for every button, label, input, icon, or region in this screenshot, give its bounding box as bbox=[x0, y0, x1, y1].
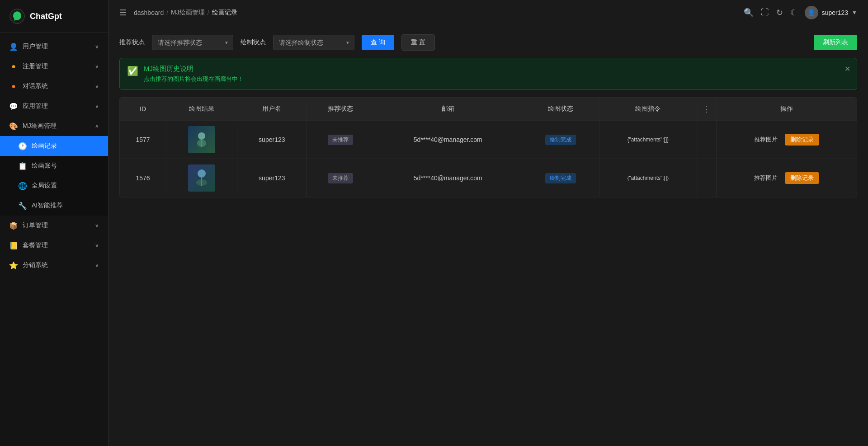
sidebar-item-app-mgmt[interactable]: 💬 应用管理 ∨ bbox=[0, 96, 108, 116]
table-row: 1577 bbox=[120, 121, 857, 159]
user-mgmt-arrow: ∨ bbox=[95, 43, 99, 50]
global-settings-label: 全局设置 bbox=[32, 182, 99, 190]
sidebar-item-drawing-account[interactable]: 📋 绘画账号 bbox=[0, 156, 108, 176]
row2-draw-result bbox=[166, 159, 237, 197]
alert-check-icon: ✅ bbox=[127, 66, 138, 76]
more-options-icon[interactable]: ⋮ bbox=[703, 104, 711, 113]
refresh-icon[interactable]: ↻ bbox=[776, 8, 783, 18]
sidebar-item-order-mgmt[interactable]: 📦 订单管理 ∨ bbox=[0, 216, 108, 235]
drawing-records-label: 绘画记录 bbox=[32, 142, 99, 150]
content-area: 推荐状态 请选择推荐状态 绘制状态 请选择绘制状态 查 询 重 置 刷新列表 ✅ bbox=[108, 25, 868, 446]
col-recommend-status: 推荐状态 bbox=[307, 98, 374, 121]
row1-username: super123 bbox=[237, 121, 307, 159]
alert-box: ✅ MJ绘图历史说明 点击推荐的图片将会出现在画廊当中！ ✕ bbox=[119, 58, 857, 90]
draw-status-select[interactable]: 请选择绘制状态 bbox=[273, 35, 354, 50]
breadcrumb-current: 绘画记录 bbox=[212, 9, 237, 17]
nav-toggle-icon[interactable]: ☰ bbox=[119, 8, 127, 18]
row1-delete-button[interactable]: 删除记录 bbox=[785, 134, 819, 146]
col-email: 邮箱 bbox=[374, 98, 522, 121]
breadcrumb-sep2: / bbox=[208, 9, 209, 16]
search-icon[interactable]: 🔍 bbox=[744, 8, 754, 18]
table-header-row: ID 绘图结果 用户名 推荐状态 邮箱 绘图状态 绘图指令 ⋮ 操作 bbox=[120, 98, 857, 121]
mj-mgmt-label: MJ绘画管理 bbox=[23, 122, 90, 130]
row2-id: 1576 bbox=[120, 159, 166, 197]
row1-image-thumb bbox=[188, 126, 215, 153]
sidebar-item-referral-system[interactable]: ⭐ 分销系统 ∨ bbox=[0, 255, 108, 275]
row1-recommend-action[interactable]: 推荐图片 bbox=[754, 136, 778, 144]
row2-action-group: 推荐图片 删除记录 bbox=[722, 172, 851, 184]
mj-sub-menu: 🕐 绘画记录 📋 绘画账号 🌐 全局设置 🔧 AI智能推荐 bbox=[0, 136, 108, 216]
row1-actions: 推荐图片 删除记录 bbox=[716, 121, 857, 159]
user-info[interactable]: 👤 super123 ▼ bbox=[805, 6, 857, 19]
alert-title: MJ绘图历史说明 bbox=[144, 65, 849, 73]
breadcrumb-sep1: / bbox=[166, 9, 168, 16]
order-mgmt-icon: 📦 bbox=[9, 221, 18, 230]
package-mgmt-arrow: ∨ bbox=[95, 242, 99, 249]
package-mgmt-icon: 📒 bbox=[9, 241, 18, 250]
filter-bar: 推荐状态 请选择推荐状态 绘制状态 请选择绘制状态 查 询 重 置 刷新列表 bbox=[119, 34, 857, 51]
referral-system-arrow: ∨ bbox=[95, 262, 99, 268]
avatar-icon: 👤 bbox=[807, 9, 815, 16]
theme-icon[interactable]: ☾ bbox=[790, 8, 797, 18]
row2-recommend-badge: 未推荐 bbox=[328, 173, 353, 183]
drawing-account-label: 绘画账号 bbox=[32, 162, 99, 170]
app-mgmt-label: 应用管理 bbox=[23, 102, 90, 110]
sidebar-item-register-mgmt[interactable]: ● 注册管理 ∨ bbox=[0, 56, 108, 76]
row1-draw-result bbox=[166, 121, 237, 159]
row2-delete-button[interactable]: 删除记录 bbox=[785, 172, 819, 184]
order-mgmt-label: 订单管理 bbox=[23, 221, 90, 230]
referral-system-icon: ⭐ bbox=[9, 261, 18, 270]
breadcrumb-dashboard[interactable]: dashboard bbox=[134, 9, 164, 16]
row1-draw-cmd: {"attachments":[]} bbox=[599, 121, 697, 159]
user-mgmt-icon: 👤 bbox=[9, 42, 18, 51]
fullscreen-icon[interactable]: ⛶ bbox=[761, 8, 769, 17]
sidebar-item-global-settings[interactable]: 🌐 全局设置 bbox=[0, 176, 108, 196]
row2-recommend-status: 未推荐 bbox=[307, 159, 374, 197]
reset-button[interactable]: 重 置 bbox=[401, 34, 435, 51]
chatgpt-logo-icon bbox=[9, 8, 25, 24]
drawing-records-icon: 🕐 bbox=[18, 141, 27, 150]
row1-action-group: 推荐图片 删除记录 bbox=[722, 134, 851, 146]
sidebar-item-mj-mgmt[interactable]: 🎨 MJ绘画管理 ∧ bbox=[0, 116, 108, 136]
ai-recommend-label: AI智能推荐 bbox=[32, 202, 99, 210]
row2-more bbox=[697, 159, 716, 197]
header: ☰ dashboard / MJ绘画管理 / 绘画记录 🔍 ⛶ ↻ ☾ 👤 su… bbox=[108, 0, 868, 25]
sidebar-item-dialog-system[interactable]: ● 对话系统 ∨ bbox=[0, 76, 108, 96]
filter-right: 刷新列表 bbox=[814, 35, 857, 50]
alert-content: MJ绘图历史说明 点击推荐的图片将会出现在画廊当中！ bbox=[144, 65, 849, 83]
query-button[interactable]: 查 询 bbox=[362, 35, 394, 50]
sidebar-item-drawing-records[interactable]: 🕐 绘画记录 bbox=[0, 136, 108, 156]
row2-recommend-action[interactable]: 推荐图片 bbox=[754, 174, 778, 182]
row1-recommend-status: 未推荐 bbox=[307, 121, 374, 159]
register-mgmt-label: 注册管理 bbox=[23, 62, 90, 70]
dialog-system-arrow: ∨ bbox=[95, 83, 99, 89]
alert-close-icon[interactable]: ✕ bbox=[844, 65, 850, 73]
app-mgmt-icon: 💬 bbox=[9, 102, 18, 111]
svg-point-3 bbox=[198, 132, 205, 140]
mj-mgmt-icon: 🎨 bbox=[9, 122, 18, 131]
col-username: 用户名 bbox=[237, 98, 307, 121]
sidebar-item-user-mgmt[interactable]: 👤 用户管理 ∨ bbox=[0, 37, 108, 56]
user-mgmt-label: 用户管理 bbox=[23, 42, 90, 51]
drawing-account-icon: 📋 bbox=[18, 161, 27, 170]
referral-system-label: 分销系统 bbox=[23, 261, 90, 269]
dialog-system-icon: ● bbox=[9, 82, 18, 91]
global-settings-icon: 🌐 bbox=[18, 181, 27, 190]
avatar: 👤 bbox=[805, 6, 818, 19]
sidebar-item-package-mgmt[interactable]: 📒 套餐管理 ∨ bbox=[0, 235, 108, 255]
row2-username: super123 bbox=[237, 159, 307, 197]
row2-draw-status-badge: 绘制完成 bbox=[545, 173, 576, 183]
col-draw-result: 绘图结果 bbox=[166, 98, 237, 121]
draw-select-wrapper: 请选择绘制状态 bbox=[273, 35, 354, 50]
table-container: ID 绘图结果 用户名 推荐状态 邮箱 绘图状态 绘图指令 ⋮ 操作 bbox=[119, 97, 857, 197]
sidebar-item-ai-recommend[interactable]: 🔧 AI智能推荐 bbox=[0, 196, 108, 216]
draw-status-label: 绘制状态 bbox=[241, 38, 266, 47]
username: super123 bbox=[822, 9, 848, 16]
col-draw-status: 绘图状态 bbox=[522, 98, 599, 121]
row1-more bbox=[697, 121, 716, 159]
user-dropdown-arrow: ▼ bbox=[852, 9, 857, 16]
sidebar: ChatGpt 👤 用户管理 ∨ ● 注册管理 ∨ ● 对话系统 ∨ 💬 应用管… bbox=[0, 0, 108, 446]
recommend-status-select[interactable]: 请选择推荐状态 bbox=[152, 35, 233, 50]
breadcrumb-mj-mgmt[interactable]: MJ绘画管理 bbox=[171, 9, 205, 17]
refresh-list-button[interactable]: 刷新列表 bbox=[814, 35, 857, 50]
